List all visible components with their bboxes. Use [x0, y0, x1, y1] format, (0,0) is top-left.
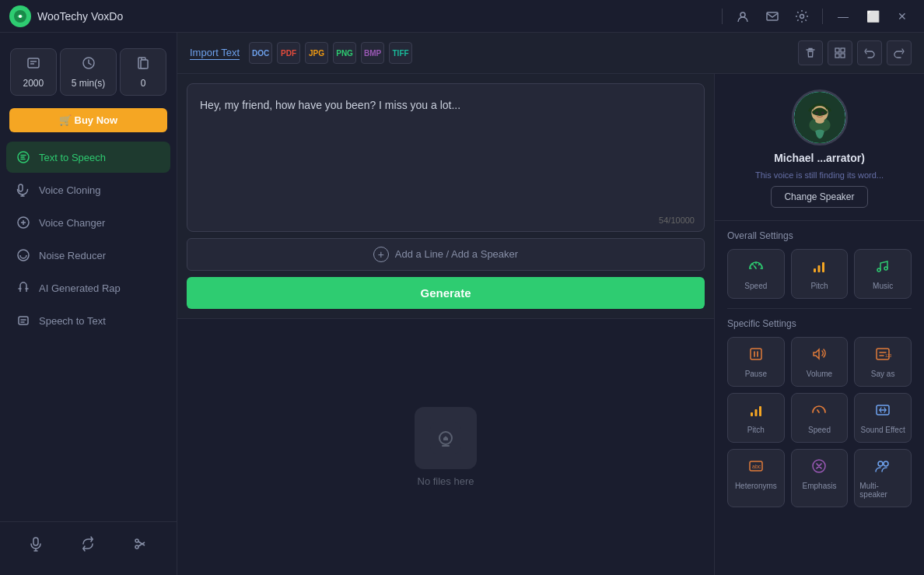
- svg-text:123: 123: [885, 353, 891, 358]
- svg-rect-19: [835, 54, 839, 58]
- sidebar-bottom: [0, 521, 177, 566]
- volume-icon: [810, 345, 828, 366]
- multi-speaker-label: Multi-speaker: [859, 482, 906, 499]
- expand-button[interactable]: [828, 40, 852, 65]
- files-icon: [135, 55, 151, 75]
- pitch2-label: Pitch: [747, 426, 765, 434]
- minimize-button[interactable]: —: [831, 4, 856, 29]
- pitch2-setting-button[interactable]: Pitch: [727, 393, 785, 443]
- overall-settings-grid: Speed Pitch: [727, 249, 912, 299]
- specific-settings: Specific Settings Pause: [715, 309, 924, 517]
- pitch-setting-button[interactable]: Pitch: [791, 249, 849, 299]
- pause-setting-button[interactable]: Pause: [727, 337, 785, 387]
- sidebar-item-text-to-speech[interactable]: Text to Speech: [6, 142, 170, 173]
- main-layout: 2000 5 min(s) 0 🛒 Buy Now: [0, 33, 924, 575]
- no-files-icon: [415, 407, 477, 469]
- say-as-icon: 123: [874, 345, 891, 366]
- volume-setting-button[interactable]: Volume: [791, 337, 849, 387]
- svg-point-1: [19, 15, 22, 18]
- heteronyms-setting-button[interactable]: abc Heteronyms: [727, 449, 785, 507]
- speed2-label: Speed: [808, 426, 831, 434]
- sidebar-item-ai-rap[interactable]: AI Generated Rap: [6, 272, 170, 303]
- overall-settings-title: Overall Settings: [727, 230, 912, 241]
- sound-effect-icon: [874, 401, 891, 422]
- mail-icon[interactable]: [760, 4, 785, 29]
- maximize-button[interactable]: ⬜: [860, 4, 885, 29]
- mic-icon[interactable]: [23, 531, 48, 556]
- png-button[interactable]: PNG: [333, 42, 356, 64]
- speaker-subtitle: This voice is still finding its word...: [755, 170, 884, 180]
- overall-settings: Overall Settings Speed: [715, 221, 924, 308]
- jpg-button[interactable]: JPG: [305, 42, 328, 64]
- sidebar-item-label: Text to Speech: [39, 152, 106, 163]
- app-title: WooTechy VoxDo: [37, 10, 123, 23]
- file-buttons: DOC PDF JPG PNG BMP TIFF: [249, 42, 412, 64]
- titlebar-divider2: [822, 9, 823, 24]
- svg-rect-33: [751, 349, 761, 359]
- user-icon[interactable]: [730, 4, 755, 29]
- tiff-button[interactable]: TIFF: [389, 42, 412, 64]
- speed2-setting-button[interactable]: Speed: [791, 393, 849, 443]
- sidebar-item-voice-changer[interactable]: Voice Changer: [6, 207, 170, 238]
- change-speaker-button[interactable]: Change Speaker: [771, 186, 867, 208]
- svg-rect-3: [767, 12, 778, 20]
- say-as-setting-button[interactable]: 123 Say as: [854, 337, 912, 387]
- svg-point-27: [815, 117, 824, 124]
- svg-point-4: [800, 14, 804, 18]
- music-setting-button[interactable]: Music: [854, 249, 912, 299]
- toolbar-actions: [798, 40, 912, 65]
- undo-button[interactable]: [857, 40, 882, 65]
- sound-effect-label: Sound Effect: [861, 426, 905, 434]
- bmp-button[interactable]: BMP: [361, 42, 384, 64]
- svg-rect-8: [141, 60, 148, 68]
- sidebar-stats: 2000 5 min(s) 0: [0, 42, 177, 102]
- doc-button[interactable]: DOC: [249, 42, 272, 64]
- svg-rect-38: [759, 406, 761, 416]
- files-value: 0: [141, 78, 146, 89]
- plus-circle-icon: +: [373, 247, 389, 262]
- delete-button[interactable]: [798, 40, 823, 65]
- text-input[interactable]: Hey, my friend, how have you been? I mis…: [200, 96, 691, 219]
- sidebar-nav: Text to Speech Voice Cloning Voice Chang…: [0, 142, 177, 515]
- add-line-button[interactable]: + Add a Line / Add a Speaker: [187, 238, 705, 271]
- time-icon: [81, 55, 96, 75]
- editor-audio: Hey, my friend, how have you been? I mis…: [177, 74, 714, 575]
- buy-now-button[interactable]: 🛒 Buy Now: [9, 108, 167, 132]
- scissors-icon[interactable]: [128, 531, 153, 556]
- pause-label: Pause: [745, 370, 767, 378]
- svg-point-32: [884, 267, 887, 270]
- volume-label: Volume: [807, 370, 832, 378]
- speaker-name: Michael ...arrator): [774, 152, 865, 164]
- multi-speaker-setting-button[interactable]: Multi-speaker: [854, 449, 912, 507]
- sidebar-item-voice-cloning[interactable]: Voice Cloning: [6, 174, 170, 205]
- speed-setting-button[interactable]: Speed: [727, 249, 785, 299]
- stat-time: 5 min(s): [60, 48, 117, 96]
- import-text-button[interactable]: Import Text: [190, 47, 240, 60]
- specific-settings-title: Specific Settings: [727, 318, 912, 329]
- speaker-card: Michael ...arrator) This voice is still …: [715, 74, 924, 221]
- pdf-button[interactable]: PDF: [277, 42, 300, 64]
- emphasis-setting-button[interactable]: Emphasis: [791, 449, 849, 507]
- sidebar-item-label: Speech to Text: [39, 315, 106, 327]
- voice-changer-icon: [16, 215, 31, 230]
- sidebar-item-noise-reducer[interactable]: Noise Reducer: [6, 240, 170, 271]
- pitch-icon: [810, 258, 828, 279]
- no-files-text: No files here: [418, 475, 474, 487]
- sidebar-item-label: Noise Reducer: [39, 250, 106, 261]
- pause-icon: [747, 345, 765, 366]
- generate-button[interactable]: Generate: [187, 277, 705, 309]
- repeat-icon[interactable]: [75, 531, 100, 556]
- svg-point-44: [884, 461, 888, 466]
- app-logo: [9, 5, 31, 27]
- gear-icon[interactable]: [789, 4, 814, 29]
- sidebar-item-speech-to-text[interactable]: Speech to Text: [6, 305, 170, 336]
- svg-rect-37: [754, 409, 757, 416]
- editor-area: Hey, my friend, how have you been? I mis…: [177, 74, 714, 318]
- close-button[interactable]: ✕: [890, 4, 915, 29]
- svg-rect-30: [822, 262, 824, 272]
- chars-value: 2000: [23, 78, 44, 89]
- svg-rect-10: [19, 184, 23, 191]
- sound-effect-setting-button[interactable]: Sound Effect: [854, 393, 912, 443]
- redo-button[interactable]: [887, 40, 912, 65]
- voice-cloning-icon: [16, 182, 31, 198]
